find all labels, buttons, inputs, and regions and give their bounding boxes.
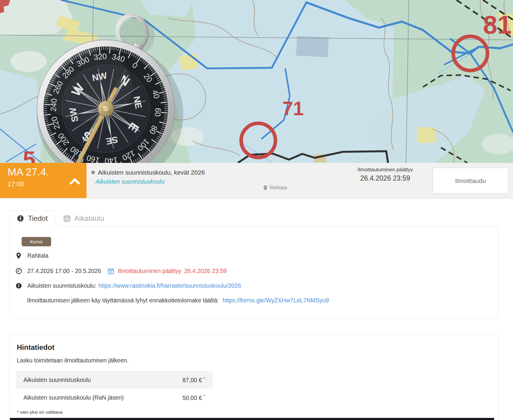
info-label: Aikuisten suunnistuskoulu: [27,282,96,289]
hero-image: 81 71 5 [0,0,513,163]
category-badge: Kurssi [22,237,51,246]
event-title: Aikuisten suunnistuskoulu, kevät 2026 [98,169,205,176]
calendar-plus-icon [108,268,114,274]
price-table: Aikuisten suunnistuskoulu 87,00 € * Aiku… [16,371,213,406]
map-pin-icon [263,185,267,190]
header-location-label: RaNtala [270,185,287,190]
price-value: 87,00 € * [182,376,205,384]
event-header: MA 27.4. 17:00 Aikuisten suunnistuskoulu… [0,163,513,199]
event-page: 81 71 5 [0,0,513,420]
price-value: 50,00 € * [182,394,205,401]
event-date-toggle[interactable]: MA 27.4. 17:00 [0,163,87,198]
form-link[interactable]: https://forms.gle/WyZXHw7LeL7NMSyu9 [223,297,329,304]
info-link[interactable]: https://www.rastinokia.fi/harraste/suunn… [99,282,241,289]
footer-bar [10,418,494,420]
tab-tiedot-label: Tiedot [28,214,48,223]
event-title-block: Aikuisten suunnistuskoulu, kevät 2026 Ai… [91,169,205,185]
deadline-block: Ilmoittautuminen päättyy 26.4.2026 23:59 [354,167,416,182]
price-row: Aikuisten suunnistuskoulu (RaN jäsen) 50… [16,389,213,406]
registration-deadline-date: 26.4.2026 23:59 [184,268,226,274]
pricing-panel: Hintatiedot Lasku toimitetaan ilmoittaut… [9,334,498,420]
header-location: RaNtala [263,185,287,190]
deadline-label: Ilmoittautuminen päättyy [354,167,416,173]
clock-icon [16,268,22,274]
datetime-row: 27.4.2026 17:00 - 20.5.2026 Ilmoittautum… [15,268,498,274]
tab-bar: Tiedot Aikataulu [9,211,112,226]
status-dot-icon [91,171,95,174]
chevron-up-icon[interactable] [70,178,80,184]
info-circle-icon [16,283,22,289]
pricing-footnote: * vain yksi on valittava [17,410,498,415]
map-pin-icon [16,253,21,259]
calendar-icon [63,215,71,222]
info-row: Aikuisten suunnistuskoulu: https://www.r… [15,282,498,289]
form-instruction: Ilmoittautumisen jälkeen käy täyttämässä… [27,297,219,304]
deadline-value: 26.4.2026 23:59 [354,174,416,182]
registration-deadline-text: Ilmoittautuminen päättyy [118,268,181,274]
tab-aikataulu[interactable]: Aikataulu [56,211,112,226]
tab-tiedot[interactable]: Tiedot [9,211,56,226]
price-label: Aikuisten suunnistuskoulu [23,376,91,383]
category-link[interactable]: Aikuisten suunnistuskoulu [96,178,165,185]
price-label: Aikuisten suunnistuskoulu (RaN jäsen) [23,394,124,401]
event-date-range: 27.4.2026 17:00 - 20.5.2026 [27,268,101,274]
register-button[interactable]: Ilmoittaudu [433,168,508,194]
event-start-time: 17:00 [8,180,24,188]
form-row: Ilmoittautumisen jälkeen käy täyttämässä… [27,297,498,304]
event-date: MA 27.4. [8,166,49,178]
price-row: Aikuisten suunnistuskoulu 87,00 € * [16,371,213,389]
detail-location: RaNtala [27,252,48,259]
info-circle-icon [17,215,24,222]
tab-aikataulu-label: Aikataulu [74,214,104,223]
pricing-note: Lasku toimitetaan ilmoittautumisen jälke… [17,357,498,364]
location-row: RaNtala [15,252,498,259]
svg-text:60: 60 [153,108,163,117]
pricing-heading: Hintatiedot [17,343,498,352]
details-panel: Kurssi RaNtala 27.4.2026 17:00 - 20.5.20… [9,226,498,319]
